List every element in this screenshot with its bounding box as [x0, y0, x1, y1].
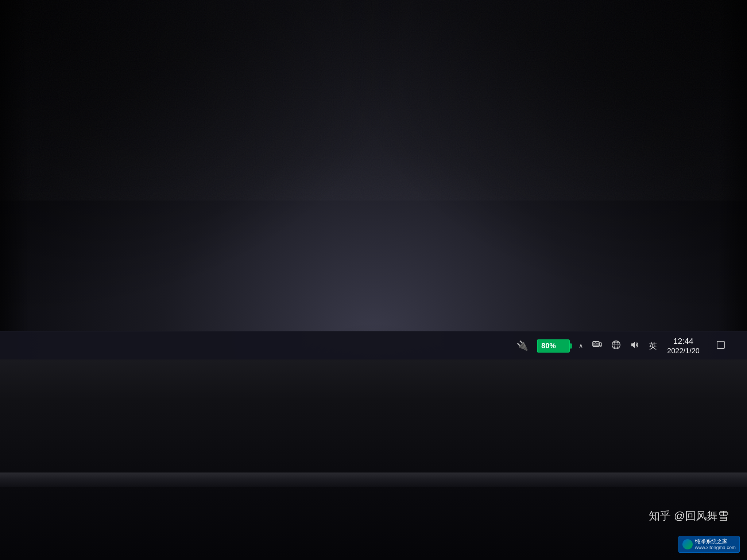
- input-language-button[interactable]: 英: [645, 331, 661, 361]
- volume-button[interactable]: [626, 331, 645, 361]
- watermark-text: 知乎 @回风舞雪: [649, 509, 729, 524]
- show-hidden-icons-button[interactable]: ∧: [574, 331, 588, 361]
- svg-rect-3: [593, 344, 599, 346]
- tablet-mode-button[interactable]: [588, 331, 607, 361]
- clock-time: 12:44: [673, 337, 693, 346]
- tablet-keyboard-icon: [592, 340, 602, 352]
- puresys-line2: www.xitongma.com: [695, 545, 736, 551]
- screen-noise: [0, 0, 747, 201]
- language-indicator: 英: [649, 341, 657, 351]
- globe-icon: [611, 340, 621, 352]
- laptop-bezel: [0, 359, 747, 560]
- svg-marker-11: [631, 342, 635, 348]
- battery-button[interactable]: 80%: [533, 331, 574, 361]
- taskbar-system-tray: 🔌 80% ∧: [512, 331, 736, 361]
- svg-rect-1: [593, 342, 595, 343]
- svg-rect-12: [717, 341, 724, 349]
- action-center-button[interactable]: [705, 331, 736, 361]
- svg-rect-2: [596, 342, 599, 343]
- clock-button[interactable]: 12:44 2022/1/20: [661, 331, 705, 361]
- clock-date: 2022/1/20: [667, 346, 700, 355]
- battery-indicator: 80%: [537, 339, 570, 353]
- desktop-screen: 🔌 80% ∧: [0, 0, 747, 560]
- keyboard-ridge: [0, 472, 747, 487]
- notification-icon: [710, 340, 732, 352]
- svg-rect-4: [600, 343, 601, 346]
- speaker-icon: [630, 340, 640, 352]
- puresys-text: 纯净系统之家 www.xitongma.com: [695, 538, 736, 551]
- puresys-badge: 纯净系统之家 www.xitongma.com: [678, 536, 740, 553]
- plug-icon: 🔌: [516, 340, 528, 351]
- puresys-line1: 纯净系统之家: [695, 538, 736, 545]
- language-settings-button[interactable]: [607, 331, 626, 361]
- puresys-logo-icon: [682, 539, 693, 549]
- battery-percent: 80%: [541, 342, 556, 350]
- power-icon-button[interactable]: 🔌: [512, 331, 533, 361]
- chevron-up-icon: ∧: [578, 342, 583, 350]
- taskbar: 🔌 80% ∧: [0, 331, 747, 360]
